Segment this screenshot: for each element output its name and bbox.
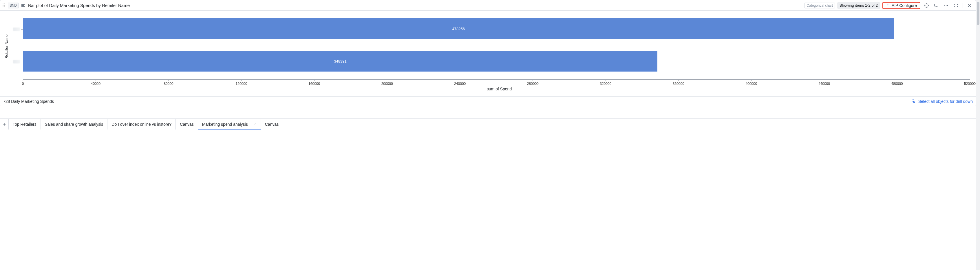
chart-title: Bar plot of Daily Marketing Spends by Re… bbox=[28, 3, 130, 8]
x-tick-label: 160000 bbox=[309, 80, 320, 86]
present-icon[interactable] bbox=[932, 2, 940, 9]
x-tick-label: 120000 bbox=[236, 80, 247, 86]
panel-header: $ND Bar plot of Daily Marketing Spends b… bbox=[0, 0, 976, 11]
x-tick-label: 80000 bbox=[164, 80, 173, 86]
svg-rect-1 bbox=[21, 5, 24, 6]
object-count-label: 728 Daily Marketing Spends bbox=[3, 99, 54, 104]
x-tick-label: 520000 bbox=[964, 80, 976, 86]
x-tick-label: 280000 bbox=[527, 80, 539, 86]
x-tick-label: 480000 bbox=[891, 80, 903, 86]
sheet-tabs: Top RetailersSales and share growth anal… bbox=[0, 118, 980, 129]
add-sheet-button[interactable] bbox=[0, 119, 9, 129]
sheet-tab-label: Canvas bbox=[180, 122, 194, 126]
x-tick-label: 40000 bbox=[91, 80, 100, 86]
sheet-tab-label: Marketing spend analysis bbox=[202, 122, 248, 126]
svg-point-3 bbox=[926, 5, 927, 6]
y-tick-label-blurred bbox=[13, 27, 20, 31]
chart-bar[interactable]: 478256 bbox=[23, 18, 894, 39]
y-axis-title: Retailer Name bbox=[2, 13, 11, 80]
x-tick-label: 0 bbox=[22, 80, 24, 86]
y-axis-ticks bbox=[11, 13, 23, 80]
plot-area[interactable]: 478256348391 bbox=[23, 13, 970, 80]
x-tick-label: 440000 bbox=[818, 80, 830, 86]
x-tick-label: 400000 bbox=[745, 80, 757, 86]
x-axis-ticks: 0400008000012000016000020000024000028000… bbox=[23, 80, 970, 86]
svg-point-6 bbox=[946, 5, 947, 5]
chart-area: Retailer Name 478256348391 0400008000012… bbox=[0, 11, 976, 96]
page-scrollbar[interactable] bbox=[976, 0, 980, 129]
svg-point-7 bbox=[947, 5, 948, 5]
bar-chart-icon bbox=[21, 3, 26, 8]
bar-value-label: 348391 bbox=[334, 59, 346, 64]
aip-configure-button[interactable]: AIP Configure bbox=[882, 2, 920, 9]
sheet-tab-label: Sales and share growth analysis bbox=[45, 122, 103, 126]
svg-point-5 bbox=[944, 5, 945, 5]
y-tick-label-blurred bbox=[13, 60, 20, 64]
showing-items-label: Showing items 1-2 of 2 bbox=[837, 2, 880, 9]
x-tick-label: 240000 bbox=[454, 80, 466, 86]
sheet-tab[interactable]: Canvas bbox=[176, 119, 198, 129]
bar-value-label: 478256 bbox=[452, 27, 465, 31]
svg-rect-0 bbox=[21, 4, 25, 5]
drill-down-label: Select all objects for drill down bbox=[918, 99, 973, 104]
expand-icon[interactable] bbox=[952, 2, 960, 9]
chart-panel: $ND Bar plot of Daily Marketing Spends b… bbox=[0, 0, 976, 106]
sheet-tab[interactable]: Marketing spend analysis bbox=[198, 119, 261, 129]
panel-footer: 728 Daily Marketing Spends Select all ob… bbox=[0, 96, 976, 106]
svg-rect-4 bbox=[934, 4, 938, 6]
gear-icon[interactable] bbox=[923, 2, 930, 9]
more-icon[interactable] bbox=[942, 2, 950, 9]
categorical-chart-chip[interactable]: Categorical chart bbox=[805, 3, 835, 8]
divider bbox=[963, 3, 963, 8]
sheet-tab-label: Canvas bbox=[265, 122, 278, 126]
x-tick-label: 200000 bbox=[382, 80, 393, 86]
aip-configure-label: AIP Configure bbox=[892, 3, 917, 8]
chart-bar[interactable]: 348391 bbox=[23, 51, 657, 72]
svg-rect-2 bbox=[21, 6, 25, 7]
sheet-tab[interactable]: Sales and share growth analysis bbox=[41, 119, 108, 129]
drag-handle-icon[interactable] bbox=[3, 3, 5, 7]
x-axis-title: sum of Spend bbox=[23, 86, 976, 95]
sheet-tab[interactable]: Top Retailers bbox=[9, 119, 41, 129]
sheet-tab-label: Top Retailers bbox=[13, 122, 37, 126]
sheet-tab-label: Do I over index online vs instore? bbox=[111, 122, 172, 126]
sheet-tab[interactable]: Do I over index online vs instore? bbox=[107, 119, 176, 129]
sheet-tab[interactable]: Canvas bbox=[261, 119, 283, 129]
drill-down-link[interactable]: Select all objects for drill down bbox=[912, 99, 973, 104]
x-tick-label: 360000 bbox=[673, 80, 684, 86]
close-icon[interactable] bbox=[966, 2, 973, 9]
nd-chip[interactable]: $ND bbox=[8, 3, 19, 8]
chevron-down-icon[interactable] bbox=[253, 122, 256, 126]
x-tick-label: 320000 bbox=[600, 80, 611, 86]
